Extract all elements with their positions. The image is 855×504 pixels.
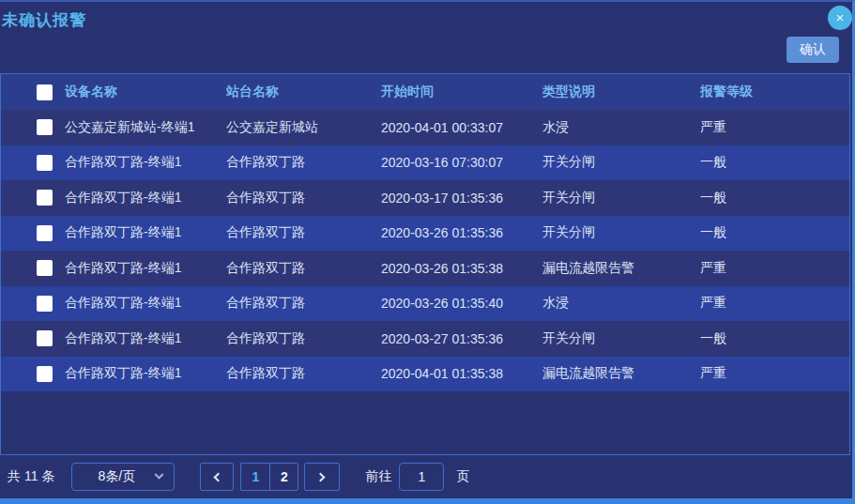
total-count: 共 11 条 — [8, 468, 54, 485]
row-checkbox[interactable] — [37, 190, 53, 206]
cell-type: 开关分闸 — [542, 224, 700, 241]
page-1-button[interactable]: 1 — [240, 463, 269, 491]
cell-station: 合作路双丁路 — [226, 260, 381, 277]
cell-station: 合作路双丁路 — [226, 190, 381, 206]
cell-type: 开关分闸 — [542, 330, 700, 347]
cell-level: 一般 — [700, 224, 849, 241]
cell-level: 严重 — [700, 119, 849, 136]
cell-level: 一般 — [700, 330, 849, 347]
cell-start-time: 2020-03-27 01:35:36 — [381, 331, 542, 346]
cell-start-time: 2020-04-01 01:35:38 — [381, 366, 542, 381]
unconfirmed-alarms-dialog: 未确认报警 × 确认 设备名称 站台名称 开始时间 类型说明 报警等级 公交嘉定… — [0, 0, 855, 504]
cell-start-time: 2020-03-16 07:30:07 — [381, 155, 542, 170]
goto-label: 前往 — [365, 468, 391, 485]
confirm-button[interactable]: 确认 — [786, 37, 839, 63]
cell-start-time: 2020-04-01 00:33:07 — [381, 120, 542, 135]
column-header-level: 报警等级 — [700, 84, 849, 100]
close-button[interactable]: × — [828, 6, 852, 30]
cell-level: 严重 — [700, 295, 849, 312]
prev-page-button[interactable] — [200, 463, 234, 491]
row-checkbox-cell — [1, 190, 65, 206]
row-checkbox-cell — [1, 155, 65, 171]
column-header-station: 站台名称 — [226, 84, 381, 100]
row-checkbox[interactable] — [37, 119, 53, 135]
table-row: 合作路双丁路-终端1合作路双丁路2020-03-16 07:30:07开关分闸一… — [1, 145, 849, 181]
row-checkbox-cell — [1, 260, 65, 276]
table-row: 合作路双丁路-终端1合作路双丁路2020-03-26 01:35:36开关分闸一… — [1, 216, 849, 252]
row-checkbox-cell — [1, 330, 65, 346]
cell-station: 合作路双丁路 — [226, 330, 381, 347]
table-body: 公交嘉定新城站-终端1公交嘉定新城站2020-04-01 00:33:07水浸严… — [1, 110, 849, 391]
chevron-left-icon — [214, 472, 223, 481]
pager: 1 2 — [200, 463, 340, 491]
cell-start-time: 2020-03-17 01:35:36 — [381, 191, 542, 206]
cell-station: 合作路双丁路 — [226, 365, 381, 382]
column-header-type: 类型说明 — [542, 84, 700, 100]
pagination-bar: 共 11 条 8条/页 1 2 前往 页 — [0, 455, 852, 498]
cell-level: 严重 — [700, 260, 849, 277]
cell-start-time: 2020-03-26 01:35:36 — [381, 225, 542, 240]
cell-station: 合作路双丁路 — [226, 295, 381, 312]
cell-type: 漏电流越限告警 — [542, 365, 700, 382]
cell-type: 漏电流越限告警 — [542, 260, 700, 277]
chevron-down-icon — [155, 470, 164, 480]
table-row: 合作路双丁路-终端1合作路双丁路2020-03-27 01:35:36开关分闸一… — [1, 321, 849, 357]
cell-station: 公交嘉定新城站 — [226, 119, 381, 136]
column-header-device: 设备名称 — [65, 84, 226, 100]
cell-device: 合作路双丁路-终端1 — [65, 224, 226, 241]
row-checkbox[interactable] — [37, 155, 53, 171]
cell-device: 合作路双丁路-终端1 — [65, 330, 226, 347]
dialog-title: 未确认报警 — [2, 9, 86, 31]
select-all-checkbox[interactable] — [37, 84, 53, 100]
page-size-value: 8条/页 — [98, 468, 135, 485]
goto-page-input[interactable] — [399, 463, 444, 491]
page-number-group: 1 2 — [240, 463, 298, 491]
table-row: 合作路双丁路-终端1合作路双丁路2020-03-26 01:35:38漏电流越限… — [1, 251, 849, 286]
table-row: 合作路双丁路-终端1合作路双丁路2020-04-01 01:35:38漏电流越限… — [1, 357, 849, 392]
cell-type: 开关分闸 — [542, 154, 700, 171]
cell-station: 合作路双丁路 — [226, 224, 381, 241]
table-row: 公交嘉定新城站-终端1公交嘉定新城站2020-04-01 00:33:07水浸严… — [1, 110, 849, 145]
row-checkbox[interactable] — [37, 296, 53, 312]
table-row: 合作路双丁路-终端1合作路双丁路2020-03-17 01:35:36开关分闸一… — [1, 180, 849, 216]
row-checkbox[interactable] — [37, 330, 53, 346]
row-checkbox-cell — [1, 119, 65, 135]
cell-type: 水浸 — [542, 119, 700, 136]
cell-device: 合作路双丁路-终端1 — [65, 190, 226, 206]
select-all-cell — [1, 84, 65, 100]
cell-level: 一般 — [700, 154, 849, 171]
table-row: 合作路双丁路-终端1合作路双丁路2020-03-26 01:35:40水浸严重 — [1, 286, 849, 322]
cell-level: 一般 — [700, 190, 849, 206]
page-size-select[interactable]: 8条/页 — [71, 463, 175, 491]
page-2-button[interactable]: 2 — [269, 463, 298, 491]
alarm-table: 设备名称 站台名称 开始时间 类型说明 报警等级 公交嘉定新城站-终端1公交嘉定… — [0, 73, 850, 455]
row-checkbox[interactable] — [37, 366, 53, 382]
table-empty-area — [1, 391, 849, 454]
cell-start-time: 2020-03-26 01:35:38 — [381, 261, 542, 276]
close-icon: × — [836, 6, 845, 30]
dialog-titlebar: 未确认报警 × 确认 — [0, 2, 852, 73]
table-header-row: 设备名称 站台名称 开始时间 类型说明 报警等级 — [1, 74, 849, 110]
cell-device: 合作路双丁路-终端1 — [65, 295, 226, 312]
cell-device: 公交嘉定新城站-终端1 — [65, 119, 226, 136]
column-header-start-time: 开始时间 — [381, 84, 542, 100]
cell-level: 严重 — [700, 365, 849, 382]
row-checkbox[interactable] — [37, 260, 53, 276]
next-page-button[interactable] — [304, 463, 340, 491]
row-checkbox-cell — [1, 225, 65, 241]
row-checkbox-cell — [1, 366, 65, 382]
cell-device: 合作路双丁路-终端1 — [65, 365, 226, 382]
cell-device: 合作路双丁路-终端1 — [65, 154, 226, 171]
cell-type: 开关分闸 — [542, 190, 700, 206]
row-checkbox[interactable] — [37, 225, 53, 241]
chevron-right-icon — [316, 472, 326, 481]
cell-station: 合作路双丁路 — [226, 154, 381, 171]
goto-suffix: 页 — [456, 468, 469, 485]
row-checkbox-cell — [1, 296, 65, 312]
cell-start-time: 2020-03-26 01:35:40 — [381, 296, 542, 311]
cell-device: 合作路双丁路-终端1 — [65, 260, 226, 277]
cell-type: 水浸 — [542, 295, 700, 312]
